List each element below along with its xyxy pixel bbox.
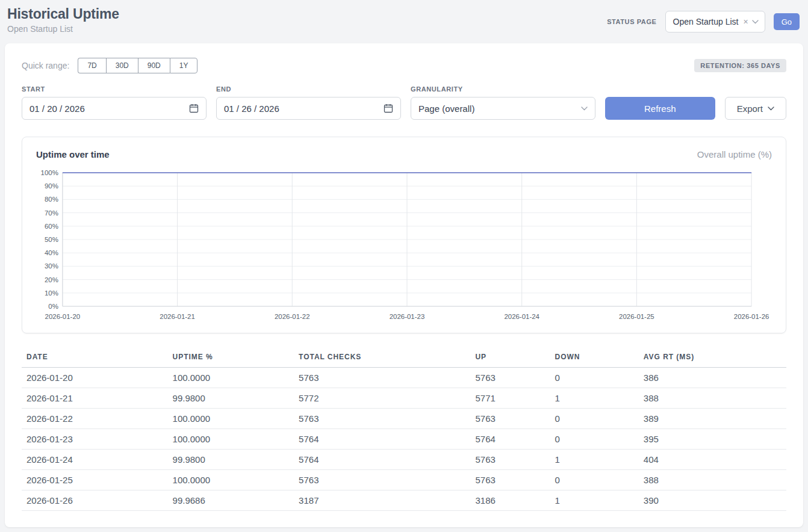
table-cell: 1	[550, 490, 639, 511]
table-row: 2026-01-20100.0000576357630386	[22, 368, 786, 388]
uptime-table: DATEUPTIME %TOTAL CHECKSUPDOWNAVG RT (MS…	[22, 348, 786, 511]
table-row: 2026-01-2699.9686318731861390	[22, 490, 786, 511]
start-date-label: START	[22, 85, 207, 93]
calendar-icon[interactable]	[384, 104, 393, 113]
title-block: Historical Uptime Open Startup List	[7, 6, 119, 34]
uptime-chart-svg: 0%10%20%30%40%50%60%70%80%90%100%2026-01…	[36, 167, 772, 324]
table-cell: 0	[550, 368, 639, 388]
page-subtitle: Open Startup List	[7, 24, 119, 34]
table-cell: 5764	[294, 450, 470, 470]
uptime-chart-card: Uptime over time Overall uptime (%) 0%10…	[22, 137, 786, 333]
svg-text:60%: 60%	[45, 223, 58, 230]
table-cell: 5772	[294, 388, 470, 409]
table-cell: 2026-01-25	[22, 470, 168, 490]
table-column-header: TOTAL CHECKS	[294, 348, 470, 368]
uptime-table-head: DATEUPTIME %TOTAL CHECKSUPDOWNAVG RT (MS…	[22, 348, 786, 368]
table-column-header: DOWN	[550, 348, 639, 368]
table-cell: 0	[550, 470, 639, 490]
table-cell: 5764	[470, 429, 550, 450]
table-cell: 2026-01-24	[22, 450, 168, 470]
quick-range-row: Quick range: 7D 30D 90D 1Y RETENTION: 36…	[22, 58, 786, 73]
table-column-header: AVG RT (MS)	[639, 348, 786, 368]
svg-text:40%: 40%	[45, 249, 58, 256]
start-date-input[interactable]: 01 / 20 / 2026	[22, 97, 207, 120]
granularity-field: GRANULARITY Page (overall)	[411, 85, 595, 120]
granularity-select[interactable]: Page (overall)	[411, 97, 595, 120]
table-cell: 388	[639, 470, 786, 490]
topbar-right: STATUS PAGE Open Startup List × Go	[607, 11, 800, 32]
calendar-icon[interactable]	[189, 104, 199, 113]
svg-text:90%: 90%	[45, 182, 58, 190]
table-cell: 0	[550, 409, 639, 429]
table-cell: 5763	[294, 470, 470, 490]
main-card: Quick range: 7D 30D 90D 1Y RETENTION: 36…	[5, 43, 803, 527]
table-row: 2026-01-25100.0000576357630388	[22, 470, 786, 490]
table-header-row: DATEUPTIME %TOTAL CHECKSUPDOWNAVG RT (MS…	[22, 348, 786, 368]
uptime-table-body: 2026-01-20100.00005763576303862026-01-21…	[22, 368, 786, 511]
quick-range-7d-button[interactable]: 7D	[78, 58, 105, 73]
table-column-header: UP	[470, 348, 550, 368]
start-date-field: START 01 / 20 / 2026	[22, 85, 207, 120]
table-cell: 5763	[470, 470, 550, 490]
chevron-down-icon	[581, 107, 588, 111]
start-date-value: 01 / 20 / 2026	[30, 104, 85, 114]
table-row: 2026-01-2499.9800576457631404	[22, 450, 786, 470]
table-cell: 2026-01-23	[22, 429, 168, 450]
header: Historical Uptime Open Startup List STAT…	[0, 0, 808, 39]
chart-title: Uptime over time	[36, 149, 110, 159]
table-cell: 100.0000	[168, 409, 294, 429]
table-cell: 5771	[470, 388, 550, 409]
quick-range-90d-button[interactable]: 90D	[138, 58, 170, 73]
end-date-field: END 01 / 26 / 2026	[216, 85, 401, 120]
retention-badge: RETENTION: 365 DAYS	[694, 59, 786, 72]
svg-text:50%: 50%	[45, 236, 58, 243]
svg-text:20%: 20%	[45, 276, 58, 283]
chevron-down-icon	[752, 20, 759, 24]
table-row: 2026-01-23100.0000576457640395	[22, 429, 786, 450]
svg-text:2026-01-23: 2026-01-23	[390, 313, 425, 320]
granularity-label: GRANULARITY	[411, 85, 595, 93]
svg-text:2026-01-25: 2026-01-25	[619, 313, 654, 320]
svg-text:0%: 0%	[48, 303, 58, 310]
table-cell: 0	[550, 429, 639, 450]
table-cell: 99.9800	[168, 388, 294, 409]
table-cell: 404	[639, 450, 786, 470]
export-button[interactable]: Export	[725, 97, 786, 120]
table-cell: 5763	[294, 409, 470, 429]
svg-text:10%: 10%	[45, 289, 58, 297]
table-cell: 390	[639, 490, 786, 511]
end-date-label: END	[216, 85, 401, 93]
table-cell: 3186	[470, 490, 550, 511]
quick-range-1y-button[interactable]: 1Y	[170, 58, 198, 73]
table-cell: 2026-01-22	[22, 409, 168, 429]
svg-text:100%: 100%	[41, 169, 58, 176]
end-date-value: 01 / 26 / 2026	[224, 104, 279, 114]
controls-row: START 01 / 20 / 2026 END 01 / 26 / 2026	[22, 85, 786, 120]
table-cell: 5763	[470, 450, 550, 470]
svg-text:70%: 70%	[45, 209, 58, 217]
quick-range-label: Quick range:	[22, 61, 69, 70]
table-cell: 2026-01-26	[22, 490, 168, 511]
go-button[interactable]: Go	[774, 13, 800, 30]
table-cell: 5764	[294, 429, 470, 450]
export-button-label: Export	[737, 104, 763, 114]
status-page-select[interactable]: Open Startup List ×	[665, 11, 765, 32]
page-title: Historical Uptime	[7, 6, 119, 22]
table-cell: 99.9800	[168, 450, 294, 470]
clear-selection-icon[interactable]: ×	[743, 17, 748, 26]
chart-legend: Overall uptime (%)	[697, 149, 772, 159]
table-cell: 5763	[470, 368, 550, 388]
svg-text:2026-01-22: 2026-01-22	[275, 313, 310, 320]
table-cell: 1	[550, 450, 639, 470]
svg-text:2026-01-24: 2026-01-24	[504, 313, 539, 320]
status-page-selected-value: Open Startup List	[673, 17, 739, 26]
svg-text:2026-01-21: 2026-01-21	[160, 313, 195, 320]
table-cell: 100.0000	[168, 470, 294, 490]
end-date-input[interactable]: 01 / 26 / 2026	[216, 97, 401, 120]
refresh-button[interactable]: Refresh	[605, 97, 715, 120]
quick-range-30d-button[interactable]: 30D	[106, 58, 138, 73]
table-cell: 100.0000	[168, 429, 294, 450]
quick-range-segmented-control: 7D 30D 90D 1Y	[78, 58, 197, 73]
table-cell: 388	[639, 388, 786, 409]
chevron-down-icon	[768, 107, 774, 111]
